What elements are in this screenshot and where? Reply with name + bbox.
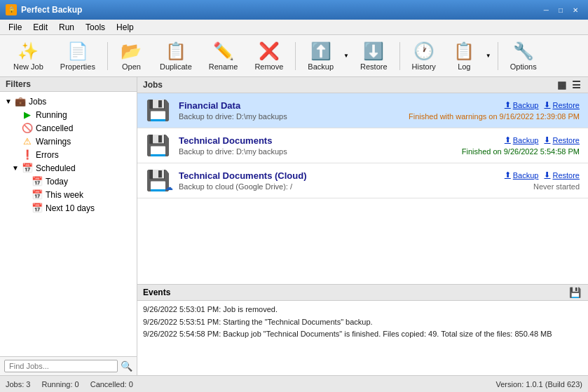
menu-file[interactable]: File <box>3 21 27 34</box>
options-button[interactable]: 🔧 Options <box>502 38 545 74</box>
find-jobs-input[interactable] <box>4 360 118 372</box>
event-line-3: 9/26/2022 5:54:58 PM: Backup job "Techni… <box>143 328 582 341</box>
rename-label: Rename <box>209 62 238 71</box>
new-job-button[interactable]: ✨ New Job <box>6 38 51 74</box>
sidebar-item-today[interactable]: 📅 Today <box>20 175 137 188</box>
warnings-icon: ⚠ <box>21 136 34 147</box>
sidebar-item-jobs[interactable]: ▼ 💼 Jobs <box>0 95 137 108</box>
properties-label: Properties <box>60 62 95 71</box>
events-header-label: Events <box>143 288 170 297</box>
technical-documents-status: Finished on 9/26/2022 5:54:58 PM <box>462 147 580 156</box>
cloud-backup-btn[interactable]: ⬆ Backup <box>505 170 539 180</box>
financial-data-info: Financial Data Backup to drive: D:\my ba… <box>179 100 409 121</box>
cloud-actions: ⬆ Backup ⬇ Restore Never started <box>505 170 580 191</box>
cloud-desc: Backup to cloud (Google Drive): / <box>179 182 505 191</box>
td-restore-icon: ⬇ <box>544 135 550 144</box>
financial-data-restore-btn[interactable]: ⬇ Restore <box>544 100 580 109</box>
menu-edit[interactable]: Edit <box>27 21 53 34</box>
toolbar: ✨ New Job 📄 Properties 📂 Open 📋 Duplicat… <box>0 35 588 77</box>
backup-icon-small: ⬆ <box>505 100 511 109</box>
titlebar: 🔒 Perfect Backup ─ □ ✕ <box>0 0 588 20</box>
menu-tools[interactable]: Tools <box>80 21 111 34</box>
financial-data-icon: 💾 <box>146 99 170 122</box>
scheduled-icon: 📅 <box>21 163 34 173</box>
menu-help[interactable]: Help <box>111 21 139 34</box>
close-button[interactable]: ✕ <box>568 5 582 15</box>
open-icon: 📂 <box>121 41 142 61</box>
financial-data-action-row: ⬆ Backup ⬇ Restore <box>505 100 580 109</box>
scheduled-label: Scheduled <box>36 163 76 173</box>
jobs-expand-icon: ▼ <box>3 97 14 105</box>
search-icon[interactable]: 🔍 <box>121 360 132 372</box>
cloud-icon: 💾 ☁ <box>146 169 170 192</box>
options-label: Options <box>510 62 537 71</box>
window-controls[interactable]: ─ □ ✕ <box>540 5 582 15</box>
financial-data-backup-btn[interactable]: ⬆ Backup <box>505 100 539 109</box>
properties-button[interactable]: 📄 Properties <box>53 38 103 74</box>
cloud-backup-label: Backup <box>513 171 539 180</box>
minimize-button[interactable]: ─ <box>540 5 553 15</box>
jobs-icon: 💼 <box>14 96 27 107</box>
cloud-restore-btn[interactable]: ⬇ Restore <box>544 170 580 180</box>
technical-documents-restore-btn[interactable]: ⬇ Restore <box>544 135 580 144</box>
remove-button[interactable]: ❌ Remove <box>247 38 291 74</box>
errors-icon: ❗ <box>21 149 34 160</box>
menu-run[interactable]: Run <box>53 21 80 34</box>
today-icon: 📅 <box>31 176 43 187</box>
scheduled-children: 📅 Today 📅 This week 📅 Next 10 days <box>20 175 137 215</box>
jobs-panel: Jobs ▦ ☰ 💾 Financial Data Backup to driv… <box>137 77 588 375</box>
backup-group: ⬆️ Backup ▼ <box>300 38 351 74</box>
rename-icon: ✏️ <box>213 41 234 61</box>
td-backup-icon: ⬆ <box>505 135 511 144</box>
technical-documents-name: Technical Documents <box>179 135 462 146</box>
restore-button[interactable]: ⬇️ Restore <box>353 38 395 74</box>
sidebar-item-this-week[interactable]: 📅 This week <box>20 188 137 201</box>
view-list-icon[interactable]: ☰ <box>570 79 582 90</box>
jobs-header-label: Jobs <box>143 80 163 90</box>
job-card-technical-documents-cloud[interactable]: 💾 ☁ Technical Documents (Cloud) Backup t… <box>137 163 588 198</box>
status-left: Jobs: 3 Running: 0 Cancelled: 0 <box>6 380 133 388</box>
statusbar: Jobs: 3 Running: 0 Cancelled: 0 Version:… <box>0 375 588 392</box>
rename-button[interactable]: ✏️ Rename <box>201 38 246 74</box>
menubar: File Edit Run Tools Help <box>0 20 588 35</box>
cloud-status: Never started <box>533 182 580 191</box>
sidebar-item-next-10-days[interactable]: 📅 Next 10 days <box>20 201 137 215</box>
sidebar-item-cancelled[interactable]: 🚫 Cancelled <box>10 121 137 135</box>
technical-documents-desc: Backup to drive: D:\my backups <box>179 147 462 156</box>
options-icon: 🔧 <box>513 41 534 61</box>
job-card-financial-data[interactable]: 💾 Financial Data Backup to drive: D:\my … <box>137 93 588 128</box>
sidebar-item-errors[interactable]: ❗ Errors <box>10 148 137 161</box>
status-jobs: Jobs: 3 <box>6 380 30 388</box>
sidebar-wrapper: Filters ▼ 💼 Jobs ▶ Running 🚫 Cancelled <box>0 77 137 375</box>
log-dropdown-button[interactable]: ▼ <box>484 38 493 74</box>
running-icon: ▶ <box>21 109 34 120</box>
new-job-label: New Job <box>13 62 43 71</box>
financial-data-status: Finished with warnings on 9/16/2022 12:3… <box>409 112 580 121</box>
backup-button[interactable]: ⬆️ Backup <box>300 38 341 74</box>
restore-icon: ⬇️ <box>363 41 384 61</box>
log-button[interactable]: 📋 Log <box>445 38 484 74</box>
cloud-backup-icon: ⬆ <box>505 170 511 180</box>
this-week-icon: 📅 <box>31 189 43 200</box>
remove-icon: ❌ <box>259 41 280 61</box>
scheduled-expand-icon: ▼ <box>10 164 21 172</box>
sidebar-item-warnings[interactable]: ⚠ Warnings <box>10 135 137 148</box>
sidebar-item-scheduled[interactable]: ▼ 📅 Scheduled <box>10 161 137 175</box>
job-card-technical-documents[interactable]: 💾 Technical Documents Backup to drive: D… <box>137 128 588 163</box>
cloud-action-row: ⬆ Backup ⬇ Restore <box>505 170 580 180</box>
cancelled-icon: 🚫 <box>21 123 34 133</box>
open-button[interactable]: 📂 Open <box>112 38 151 74</box>
save-events-icon[interactable]: 💾 <box>568 287 582 298</box>
backup-dropdown-button[interactable]: ▼ <box>341 38 351 74</box>
sidebar-item-running[interactable]: ▶ Running <box>10 108 137 121</box>
technical-documents-backup-btn[interactable]: ⬆ Backup <box>505 135 539 144</box>
maximize-button[interactable]: □ <box>554 5 567 15</box>
duplicate-button[interactable]: 📋 Duplicate <box>152 38 200 74</box>
history-label: History <box>412 62 436 71</box>
next-10-icon: 📅 <box>31 203 43 213</box>
view-large-icon[interactable]: ▦ <box>556 79 568 90</box>
status-running: Running: 0 <box>41 380 78 388</box>
financial-data-actions: ⬆ Backup ⬇ Restore Finished with warning… <box>409 100 580 121</box>
history-button[interactable]: 🕐 History <box>404 38 444 74</box>
cloud-restore-label: Restore <box>552 171 580 180</box>
